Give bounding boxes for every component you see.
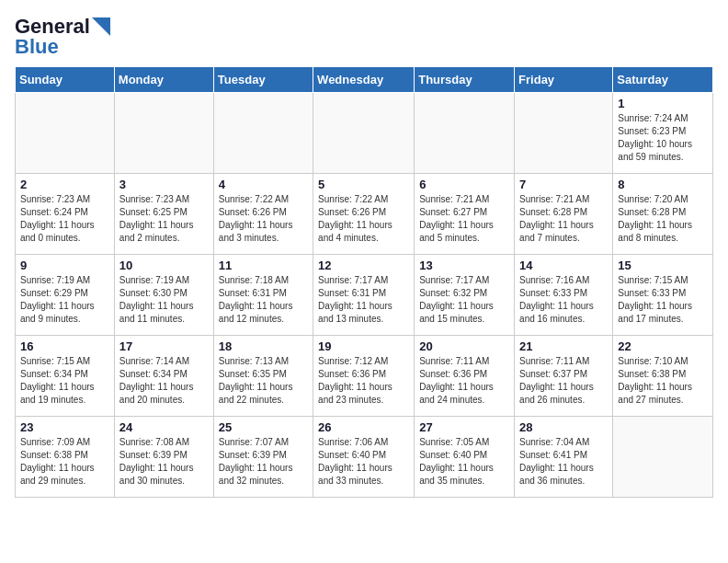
day-cell: 7Sunrise: 7:21 AM Sunset: 6:28 PM Daylig… — [515, 174, 613, 255]
day-number: 5 — [318, 178, 409, 191]
day-cell: 24Sunrise: 7:08 AM Sunset: 6:39 PM Dayli… — [114, 417, 213, 498]
day-cell: 27Sunrise: 7:05 AM Sunset: 6:40 PM Dayli… — [415, 417, 515, 498]
day-cell: 28Sunrise: 7:04 AM Sunset: 6:41 PM Dayli… — [515, 417, 613, 498]
day-number: 9 — [20, 259, 109, 272]
day-cell: 25Sunrise: 7:07 AM Sunset: 6:39 PM Dayli… — [213, 417, 313, 498]
header: General Blue — [15, 15, 713, 59]
day-number: 2 — [20, 178, 109, 191]
day-cell — [213, 93, 313, 174]
day-number: 28 — [519, 420, 608, 434]
logo-arrow-icon — [92, 17, 110, 36]
day-info: Sunrise: 7:22 AM Sunset: 6:26 PM Dayligh… — [318, 193, 409, 245]
day-cell: 20Sunrise: 7:11 AM Sunset: 6:36 PM Dayli… — [415, 336, 515, 417]
day-cell: 13Sunrise: 7:17 AM Sunset: 6:32 PM Dayli… — [415, 255, 515, 336]
week-row-2: 2Sunrise: 7:23 AM Sunset: 6:24 PM Daylig… — [16, 174, 713, 255]
header-cell-saturday: Saturday — [613, 67, 713, 93]
day-info: Sunrise: 7:14 AM Sunset: 6:34 PM Dayligh… — [119, 355, 209, 407]
day-cell — [415, 93, 515, 174]
day-number: 22 — [618, 339, 708, 353]
day-info: Sunrise: 7:08 AM Sunset: 6:39 PM Dayligh… — [119, 436, 209, 488]
day-info: Sunrise: 7:11 AM Sunset: 6:37 PM Dayligh… — [519, 355, 608, 407]
day-info: Sunrise: 7:24 AM Sunset: 6:23 PM Dayligh… — [618, 112, 708, 164]
day-info: Sunrise: 7:16 AM Sunset: 6:33 PM Dayligh… — [519, 274, 608, 326]
day-cell: 3Sunrise: 7:23 AM Sunset: 6:25 PM Daylig… — [114, 174, 213, 255]
logo: General Blue — [15, 15, 110, 59]
day-number: 12 — [318, 259, 409, 272]
day-number: 26 — [318, 420, 409, 434]
calendar-table: SundayMondayTuesdayWednesdayThursdayFrid… — [15, 66, 713, 498]
day-cell: 23Sunrise: 7:09 AM Sunset: 6:38 PM Dayli… — [16, 417, 115, 498]
day-cell: 14Sunrise: 7:16 AM Sunset: 6:33 PM Dayli… — [515, 255, 613, 336]
day-cell: 4Sunrise: 7:22 AM Sunset: 6:26 PM Daylig… — [213, 174, 313, 255]
day-cell: 9Sunrise: 7:19 AM Sunset: 6:29 PM Daylig… — [16, 255, 115, 336]
day-number: 19 — [318, 339, 409, 353]
day-cell: 11Sunrise: 7:18 AM Sunset: 6:31 PM Dayli… — [213, 255, 313, 336]
day-info: Sunrise: 7:07 AM Sunset: 6:39 PM Dayligh… — [219, 436, 308, 488]
day-cell: 10Sunrise: 7:19 AM Sunset: 6:30 PM Dayli… — [114, 255, 213, 336]
day-number: 11 — [219, 259, 308, 272]
day-number: 25 — [219, 420, 308, 434]
day-info: Sunrise: 7:15 AM Sunset: 6:34 PM Dayligh… — [20, 355, 109, 407]
day-number: 17 — [119, 339, 209, 353]
day-info: Sunrise: 7:17 AM Sunset: 6:31 PM Dayligh… — [318, 274, 409, 326]
day-number: 18 — [219, 339, 308, 353]
day-info: Sunrise: 7:19 AM Sunset: 6:29 PM Dayligh… — [20, 274, 109, 326]
header-cell-thursday: Thursday — [415, 67, 515, 93]
day-cell — [313, 93, 415, 174]
day-cell: 6Sunrise: 7:21 AM Sunset: 6:27 PM Daylig… — [415, 174, 515, 255]
day-info: Sunrise: 7:06 AM Sunset: 6:40 PM Dayligh… — [318, 436, 409, 488]
day-number: 21 — [519, 339, 608, 353]
day-info: Sunrise: 7:21 AM Sunset: 6:27 PM Dayligh… — [419, 193, 509, 245]
day-cell: 1Sunrise: 7:24 AM Sunset: 6:23 PM Daylig… — [613, 93, 713, 174]
day-info: Sunrise: 7:18 AM Sunset: 6:31 PM Dayligh… — [219, 274, 308, 326]
day-number: 1 — [618, 97, 708, 110]
day-cell: 5Sunrise: 7:22 AM Sunset: 6:26 PM Daylig… — [313, 174, 415, 255]
day-number: 20 — [419, 339, 509, 353]
day-number: 15 — [618, 259, 708, 272]
calendar-body: 1Sunrise: 7:24 AM Sunset: 6:23 PM Daylig… — [16, 93, 713, 498]
day-cell: 16Sunrise: 7:15 AM Sunset: 6:34 PM Dayli… — [16, 336, 115, 417]
day-cell: 15Sunrise: 7:15 AM Sunset: 6:33 PM Dayli… — [613, 255, 713, 336]
day-info: Sunrise: 7:23 AM Sunset: 6:24 PM Dayligh… — [20, 193, 109, 245]
day-info: Sunrise: 7:17 AM Sunset: 6:32 PM Dayligh… — [419, 274, 509, 326]
day-cell: 18Sunrise: 7:13 AM Sunset: 6:35 PM Dayli… — [213, 336, 313, 417]
day-number: 6 — [419, 178, 509, 191]
header-cell-sunday: Sunday — [16, 67, 115, 93]
day-number: 8 — [618, 178, 708, 191]
day-info: Sunrise: 7:23 AM Sunset: 6:25 PM Dayligh… — [119, 193, 209, 245]
day-cell: 17Sunrise: 7:14 AM Sunset: 6:34 PM Dayli… — [114, 336, 213, 417]
week-row-3: 9Sunrise: 7:19 AM Sunset: 6:29 PM Daylig… — [16, 255, 713, 336]
day-number: 10 — [119, 259, 209, 272]
header-cell-tuesday: Tuesday — [213, 67, 313, 93]
header-cell-wednesday: Wednesday — [313, 67, 415, 93]
week-row-4: 16Sunrise: 7:15 AM Sunset: 6:34 PM Dayli… — [16, 336, 713, 417]
day-cell: 12Sunrise: 7:17 AM Sunset: 6:31 PM Dayli… — [313, 255, 415, 336]
day-info: Sunrise: 7:21 AM Sunset: 6:28 PM Dayligh… — [519, 193, 608, 245]
day-cell: 19Sunrise: 7:12 AM Sunset: 6:36 PM Dayli… — [313, 336, 415, 417]
day-number: 7 — [519, 178, 608, 191]
day-info: Sunrise: 7:13 AM Sunset: 6:35 PM Dayligh… — [219, 355, 308, 407]
header-cell-friday: Friday — [515, 67, 613, 93]
day-cell — [613, 417, 713, 498]
day-cell: 26Sunrise: 7:06 AM Sunset: 6:40 PM Dayli… — [313, 417, 415, 498]
day-cell: 21Sunrise: 7:11 AM Sunset: 6:37 PM Dayli… — [515, 336, 613, 417]
day-info: Sunrise: 7:12 AM Sunset: 6:36 PM Dayligh… — [318, 355, 409, 407]
day-number: 14 — [519, 259, 608, 272]
day-info: Sunrise: 7:04 AM Sunset: 6:41 PM Dayligh… — [519, 436, 608, 488]
header-cell-monday: Monday — [114, 67, 213, 93]
day-info: Sunrise: 7:05 AM Sunset: 6:40 PM Dayligh… — [419, 436, 509, 488]
day-number: 27 — [419, 420, 509, 434]
header-row: SundayMondayTuesdayWednesdayThursdayFrid… — [16, 67, 713, 93]
calendar-header: SundayMondayTuesdayWednesdayThursdayFrid… — [16, 67, 713, 93]
day-number: 13 — [419, 259, 509, 272]
day-number: 24 — [119, 420, 209, 434]
day-number: 3 — [119, 178, 209, 191]
day-cell: 22Sunrise: 7:10 AM Sunset: 6:38 PM Dayli… — [613, 336, 713, 417]
week-row-1: 1Sunrise: 7:24 AM Sunset: 6:23 PM Daylig… — [16, 93, 713, 174]
logo-blue: Blue — [15, 35, 59, 59]
day-cell: 2Sunrise: 7:23 AM Sunset: 6:24 PM Daylig… — [16, 174, 115, 255]
svg-marker-0 — [92, 17, 110, 36]
day-number: 23 — [20, 420, 109, 434]
day-info: Sunrise: 7:19 AM Sunset: 6:30 PM Dayligh… — [119, 274, 209, 326]
day-cell — [515, 93, 613, 174]
